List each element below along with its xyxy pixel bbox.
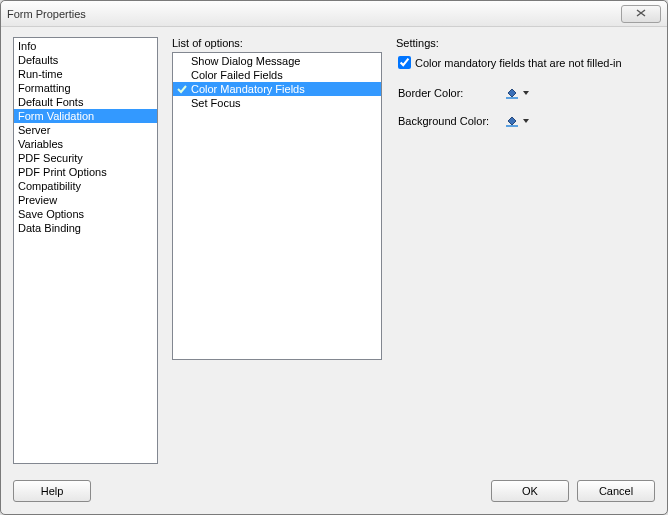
help-button[interactable]: Help bbox=[13, 480, 91, 502]
category-list[interactable]: InfoDefaultsRun-timeFormattingDefault Fo… bbox=[13, 37, 158, 464]
dialog-body: InfoDefaultsRun-timeFormattingDefault Fo… bbox=[1, 27, 667, 472]
category-item[interactable]: Server bbox=[14, 123, 157, 137]
color-mandatory-checkbox-row[interactable]: Color mandatory fields that are not fill… bbox=[398, 56, 655, 69]
category-item[interactable]: Run-time bbox=[14, 67, 157, 81]
svg-rect-1 bbox=[506, 125, 518, 127]
background-color-row: Background Color: bbox=[398, 111, 655, 131]
option-item[interactable]: Show Dialog Message bbox=[173, 54, 381, 68]
chevron-down-icon bbox=[522, 117, 530, 125]
footer-spacer bbox=[99, 480, 483, 502]
border-color-label: Border Color: bbox=[398, 87, 494, 99]
category-item[interactable]: Variables bbox=[14, 137, 157, 151]
background-color-picker[interactable] bbox=[500, 111, 534, 131]
settings-column: Settings: Color mandatory fields that ar… bbox=[396, 37, 655, 464]
border-color-picker[interactable] bbox=[500, 83, 534, 103]
option-item[interactable]: Color Failed Fields bbox=[173, 68, 381, 82]
dialog-footer: Help OK Cancel bbox=[1, 472, 667, 514]
dialog-title: Form Properties bbox=[7, 8, 621, 20]
cancel-button[interactable]: Cancel bbox=[577, 480, 655, 502]
category-item[interactable]: Default Fonts bbox=[14, 95, 157, 109]
category-item[interactable]: Compatibility bbox=[14, 179, 157, 193]
option-item[interactable]: Set Focus bbox=[173, 96, 381, 110]
option-item-label: Show Dialog Message bbox=[191, 55, 300, 67]
ok-button[interactable]: OK bbox=[491, 480, 569, 502]
titlebar: Form Properties bbox=[1, 1, 667, 27]
category-item[interactable]: Formatting bbox=[14, 81, 157, 95]
paint-bucket-icon bbox=[504, 85, 520, 101]
color-mandatory-checkbox-label: Color mandatory fields that are not fill… bbox=[415, 57, 622, 69]
svg-rect-0 bbox=[506, 97, 518, 99]
check-icon bbox=[176, 83, 188, 95]
color-mandatory-checkbox[interactable] bbox=[398, 56, 411, 69]
option-item-label: Color Mandatory Fields bbox=[191, 83, 305, 95]
category-item[interactable]: PDF Security bbox=[14, 151, 157, 165]
close-button[interactable] bbox=[621, 5, 661, 23]
background-color-label: Background Color: bbox=[398, 115, 494, 127]
option-item-label: Color Failed Fields bbox=[191, 69, 283, 81]
category-item[interactable]: PDF Print Options bbox=[14, 165, 157, 179]
option-item-label: Set Focus bbox=[191, 97, 241, 109]
category-item[interactable]: Defaults bbox=[14, 53, 157, 67]
settings-area: Color mandatory fields that are not fill… bbox=[396, 52, 655, 139]
chevron-down-icon bbox=[522, 89, 530, 97]
option-item[interactable]: Color Mandatory Fields bbox=[173, 82, 381, 96]
settings-label: Settings: bbox=[396, 37, 655, 49]
category-item[interactable]: Save Options bbox=[14, 207, 157, 221]
category-item[interactable]: Form Validation bbox=[14, 109, 157, 123]
close-icon bbox=[634, 8, 648, 20]
paint-bucket-icon bbox=[504, 113, 520, 129]
options-list[interactable]: Show Dialog MessageColor Failed FieldsCo… bbox=[172, 52, 382, 360]
category-item[interactable]: Data Binding bbox=[14, 221, 157, 235]
options-label: List of options: bbox=[172, 37, 382, 49]
category-item[interactable]: Info bbox=[14, 39, 157, 53]
form-properties-dialog: Form Properties InfoDefaultsRun-timeForm… bbox=[0, 0, 668, 515]
options-column: List of options: Show Dialog MessageColo… bbox=[172, 37, 382, 464]
category-item[interactable]: Preview bbox=[14, 193, 157, 207]
border-color-row: Border Color: bbox=[398, 83, 655, 103]
